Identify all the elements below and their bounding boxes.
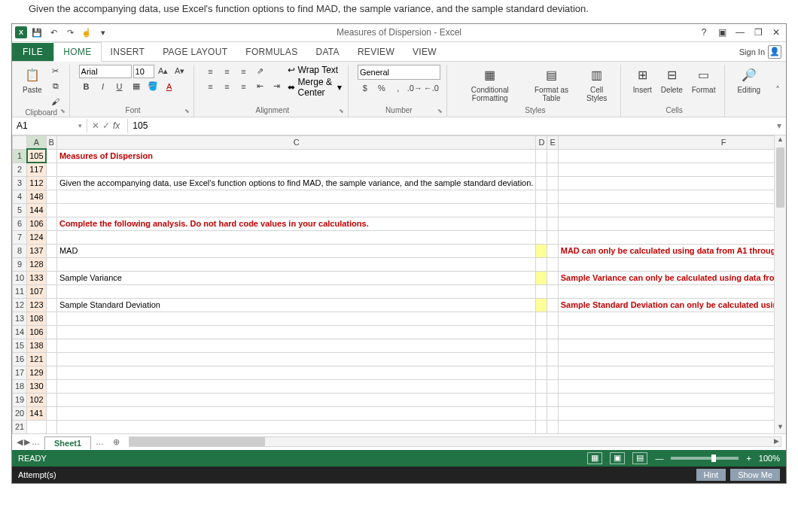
row-header-11[interactable]: 11 — [13, 284, 27, 298]
font-name-input[interactable] — [79, 65, 132, 78]
cell-E20[interactable] — [547, 406, 558, 420]
cell-E4[interactable] — [547, 190, 558, 203]
tab-page-layout[interactable]: PAGE LAYOUT — [154, 43, 236, 61]
cell-F7[interactable] — [558, 230, 774, 244]
cell-D6[interactable] — [536, 217, 547, 230]
cell-B11[interactable] — [46, 284, 56, 298]
format-painter-icon[interactable]: 🖌 — [48, 95, 63, 108]
align-center-icon[interactable]: ≡ — [220, 80, 235, 93]
cell-B2[interactable] — [46, 163, 56, 176]
insert-cells-button[interactable]: ⊞ Insert — [630, 65, 655, 96]
cell-C2[interactable] — [56, 163, 535, 176]
sheet-nav-prev-icon[interactable]: ◀ — [17, 437, 23, 447]
currency-icon[interactable]: $ — [358, 81, 373, 95]
merge-center-button[interactable]: ⬌ Merge & Center ▾ — [288, 77, 342, 98]
cell-B1[interactable] — [46, 149, 56, 163]
spreadsheet-grid[interactable]: ABCDEFGHIJKLMNOP1105Measures of Dispersi… — [12, 135, 786, 433]
cell-B4[interactable] — [46, 190, 56, 203]
row-header-21[interactable]: 21 — [13, 420, 27, 433]
cell-E12[interactable] — [547, 298, 558, 312]
cut-icon[interactable]: ✂ — [48, 65, 63, 78]
cell-E21[interactable] — [547, 420, 558, 433]
cell-C13[interactable] — [56, 312, 535, 325]
cell-F4[interactable] — [558, 190, 774, 203]
scroll-down-icon[interactable]: ▼ — [775, 423, 786, 433]
cell-D20[interactable] — [536, 406, 547, 420]
conditional-formatting-button[interactable]: ▦ Conditional Formatting — [456, 65, 524, 104]
vertical-scrollbar[interactable]: ▲ ▼ — [774, 135, 786, 433]
normal-view-icon[interactable]: ▦ — [587, 452, 602, 464]
cell-A10[interactable]: 133 — [27, 271, 46, 284]
formula-bar[interactable]: 105 — [127, 119, 772, 132]
find-select-button[interactable]: 🔎 Editing — [734, 65, 763, 96]
save-icon[interactable]: 💾 — [30, 26, 44, 39]
decrease-indent-icon[interactable]: ⇤ — [253, 80, 268, 93]
col-header-A[interactable]: A — [27, 135, 46, 149]
italic-button[interactable]: I — [96, 80, 111, 93]
cell-A9[interactable]: 128 — [27, 257, 46, 271]
cell-E16[interactable] — [547, 352, 558, 366]
cell-F11[interactable] — [558, 284, 774, 298]
tab-formulas[interactable]: FORMULAS — [236, 43, 306, 61]
row-header-6[interactable]: 6 — [13, 217, 27, 230]
cell-C19[interactable] — [56, 393, 535, 406]
cell-D9[interactable] — [536, 257, 547, 271]
close-icon[interactable]: ✕ — [769, 27, 783, 38]
cell-B21[interactable] — [46, 420, 56, 433]
row-header-9[interactable]: 9 — [13, 257, 27, 271]
cell-B20[interactable] — [46, 406, 56, 420]
decrease-font-icon[interactable]: A▾ — [172, 65, 187, 78]
row-header-19[interactable]: 19 — [13, 393, 27, 406]
cell-A2[interactable]: 117 — [27, 163, 46, 176]
align-left-icon[interactable]: ≡ — [203, 80, 218, 93]
row-header-13[interactable]: 13 — [13, 312, 27, 325]
cell-D14[interactable] — [536, 325, 547, 339]
row-header-4[interactable]: 4 — [13, 190, 27, 203]
cell-C1[interactable]: Measures of Dispersion — [56, 149, 535, 163]
font-color-icon[interactable]: A — [162, 80, 177, 93]
cell-F8[interactable]: MAD can only be calculated using data fr… — [558, 244, 774, 257]
row-header-16[interactable]: 16 — [13, 352, 27, 366]
cell-D8[interactable] — [536, 244, 547, 257]
cell-C18[interactable] — [56, 379, 535, 393]
cell-D10[interactable] — [536, 271, 547, 284]
cell-A19[interactable]: 102 — [27, 393, 46, 406]
cell-C3[interactable]: Given the accompanying data, use Excel's… — [56, 176, 535, 190]
sign-in-link[interactable]: Sign In 👤 — [739, 45, 781, 59]
cell-D18[interactable] — [536, 379, 547, 393]
sheet-nav-more-icon[interactable]: … — [32, 437, 40, 447]
expand-formula-bar-icon[interactable]: ▾ — [772, 120, 786, 131]
cell-A7[interactable]: 124 — [27, 230, 46, 244]
col-header-B[interactable]: B — [46, 135, 56, 149]
zoom-in-icon[interactable]: + — [746, 454, 751, 463]
cell-C9[interactable] — [56, 257, 535, 271]
cell-F3[interactable] — [558, 176, 774, 190]
border-icon[interactable]: ▦ — [129, 80, 144, 93]
minimize-icon[interactable]: — — [733, 27, 747, 38]
cell-B3[interactable] — [46, 176, 56, 190]
collapse-ribbon-icon[interactable]: ˄ — [775, 85, 781, 96]
cell-C20[interactable] — [56, 406, 535, 420]
cell-A17[interactable]: 129 — [27, 366, 46, 379]
row-header-8[interactable]: 8 — [13, 244, 27, 257]
ribbon-options-icon[interactable]: ▣ — [715, 27, 729, 38]
col-header-F[interactable]: F — [558, 135, 774, 149]
select-all-cell[interactable] — [13, 135, 27, 149]
cell-D2[interactable] — [536, 163, 547, 176]
increase-font-icon[interactable]: A▴ — [156, 65, 171, 78]
show-me-button[interactable]: Show Me — [730, 469, 780, 481]
cell-E18[interactable] — [547, 379, 558, 393]
underline-button[interactable]: U — [112, 80, 127, 93]
fx-icon[interactable]: fx — [113, 120, 123, 131]
decrease-decimal-icon[interactable]: ←.0 — [424, 81, 439, 95]
copy-icon[interactable]: ⧉ — [48, 80, 63, 93]
comma-icon[interactable]: , — [391, 81, 406, 95]
cell-B5[interactable] — [46, 203, 56, 217]
cell-A5[interactable]: 144 — [27, 203, 46, 217]
maximize-icon[interactable]: ❐ — [751, 27, 765, 38]
cell-C6[interactable]: Complete the following analysis. Do not … — [56, 217, 535, 230]
cell-B15[interactable] — [46, 339, 56, 352]
cell-E15[interactable] — [547, 339, 558, 352]
cell-D5[interactable] — [536, 203, 547, 217]
orientation-icon[interactable]: ⇗ — [253, 65, 268, 78]
